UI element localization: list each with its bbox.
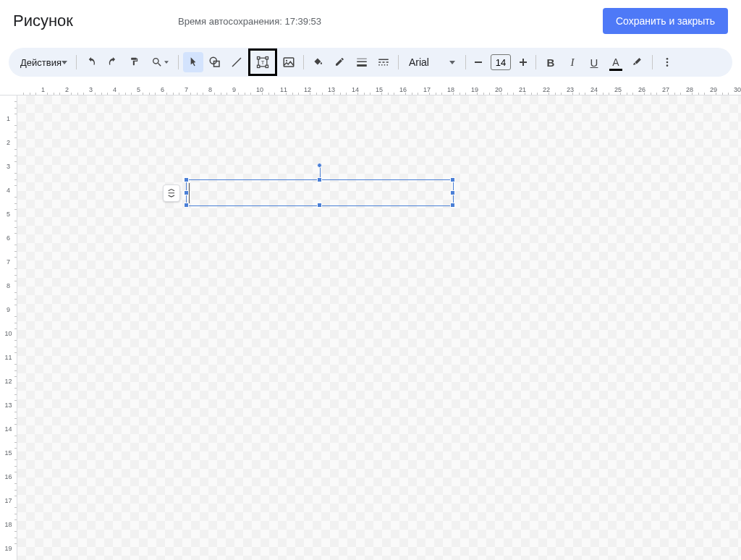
selected-text-box[interactable] [186, 179, 454, 206]
svg-rect-25 [475, 61, 482, 63]
svg-rect-16 [357, 64, 367, 67]
svg-rect-23 [384, 64, 386, 66]
svg-rect-22 [381, 64, 383, 66]
line-tool[interactable] [226, 52, 247, 72]
actions-menu[interactable]: Действия [16, 54, 72, 71]
horizontal-ruler: 1234567891011121314151617181920212223242… [0, 82, 741, 96]
dropdown-icon [164, 61, 169, 64]
redo-button[interactable] [103, 52, 123, 72]
zoom-icon [151, 56, 163, 68]
svg-rect-4 [266, 57, 268, 59]
svg-text:T: T [261, 59, 265, 66]
paint-roller-icon [128, 56, 141, 69]
resize-handle-n[interactable] [317, 177, 322, 182]
svg-rect-20 [386, 61, 389, 63]
font-size-input[interactable]: 14 [491, 54, 511, 70]
separator [76, 55, 77, 69]
svg-line-2 [232, 58, 241, 67]
vertical-ruler: 12345678910111213141516171819 [0, 96, 17, 560]
svg-rect-6 [266, 65, 268, 67]
header: Рисунок Время автосохранения: 17:39:53 С… [0, 0, 741, 42]
zoom-button[interactable] [146, 52, 174, 72]
autosave-time: 17:39:53 [284, 16, 321, 27]
separator [535, 55, 536, 69]
app-title: Рисунок [13, 12, 73, 30]
border-weight-button[interactable] [352, 52, 372, 72]
dropdown-icon [62, 61, 67, 64]
more-options-button[interactable] [657, 52, 677, 72]
bold-button[interactable]: B [541, 52, 561, 72]
font-size-group: 14 [470, 52, 531, 72]
svg-point-29 [666, 61, 669, 64]
resize-handle-se[interactable] [450, 203, 455, 208]
text-wrap-icon [166, 188, 177, 198]
line-dash-icon [377, 56, 390, 69]
svg-rect-27 [522, 59, 524, 66]
plus-icon [519, 58, 528, 67]
separator [652, 55, 653, 69]
svg-rect-3 [257, 57, 259, 59]
undo-button[interactable] [81, 52, 101, 72]
minus-icon [474, 58, 483, 67]
select-tool[interactable] [183, 52, 203, 72]
svg-rect-24 [386, 64, 388, 66]
redo-icon [106, 56, 119, 69]
highlighter-icon [631, 56, 644, 69]
image-tool[interactable] [279, 52, 299, 72]
resize-handle-sw[interactable] [184, 203, 189, 208]
underline-button[interactable]: U [584, 52, 604, 72]
fill-icon [312, 56, 325, 69]
svg-rect-19 [382, 61, 384, 63]
shape-icon [208, 56, 221, 69]
fill-color-button[interactable] [308, 52, 329, 72]
resize-handle-s[interactable] [317, 203, 322, 208]
increase-font-button[interactable] [515, 52, 531, 72]
svg-point-30 [666, 64, 669, 67]
border-dash-button[interactable] [373, 52, 394, 72]
rotation-handle[interactable] [317, 163, 322, 168]
separator [398, 55, 399, 69]
save-and-close-button[interactable]: Сохранить и закрыть [603, 8, 728, 34]
paint-format-button[interactable] [124, 52, 145, 72]
resize-handle-e[interactable] [450, 190, 455, 195]
dropdown-icon [449, 61, 455, 64]
undo-icon [85, 56, 98, 69]
separator [303, 55, 304, 69]
autosave-status: Время автосохранения: 17:39:53 [178, 16, 321, 27]
resize-handle-nw[interactable] [184, 177, 189, 182]
text-box-icon: T [255, 55, 270, 69]
italic-button[interactable]: I [562, 52, 583, 72]
more-vert-icon [661, 56, 673, 68]
pen-icon [334, 56, 347, 69]
svg-rect-14 [357, 59, 367, 59]
highlight-color-button[interactable] [627, 52, 648, 72]
line-weight-icon [355, 56, 368, 69]
line-icon [230, 56, 243, 69]
text-cursor [189, 183, 190, 203]
toolbar: Действия T Arial [9, 48, 732, 77]
resize-handle-w[interactable] [184, 190, 189, 195]
svg-rect-12 [284, 58, 294, 67]
separator [465, 55, 466, 69]
shape-tool[interactable] [205, 52, 225, 72]
border-color-button[interactable] [330, 52, 350, 72]
font-family-select[interactable]: Arial [403, 54, 461, 71]
svg-point-13 [286, 60, 287, 61]
autosave-label: Время автосохранения: [178, 16, 282, 27]
svg-rect-21 [378, 64, 380, 66]
resize-handle-ne[interactable] [450, 177, 455, 182]
cursor-icon [187, 56, 199, 68]
svg-rect-5 [257, 65, 259, 67]
separator [178, 55, 179, 69]
svg-rect-15 [357, 61, 367, 63]
text-wrap-control[interactable] [163, 184, 180, 202]
text-box-tool[interactable]: T [248, 48, 277, 76]
svg-point-28 [666, 58, 669, 60]
drawing-canvas[interactable] [17, 96, 741, 560]
image-icon [282, 56, 295, 69]
text-color-button[interactable]: A [606, 52, 626, 72]
svg-rect-18 [378, 61, 381, 63]
svg-rect-17 [378, 59, 389, 61]
decrease-font-button[interactable] [470, 52, 486, 72]
